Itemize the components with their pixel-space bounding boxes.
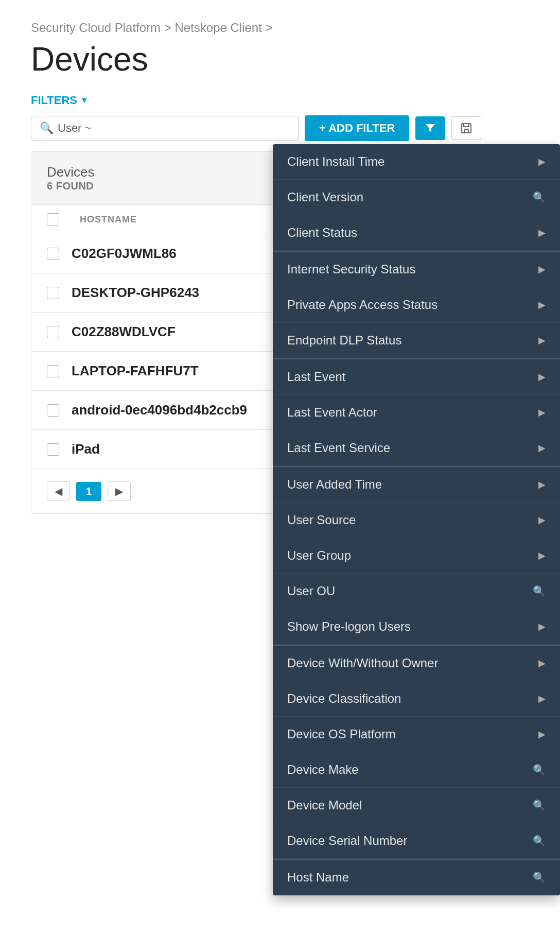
menu-item-label: Device Classification xyxy=(287,691,401,706)
menu-item-device-model[interactable]: Device Model 🔍 xyxy=(273,788,560,823)
menu-item-label: Device With/Without Owner xyxy=(287,656,438,670)
menu-item-user-added-time[interactable]: User Added Time ▶ xyxy=(273,466,560,503)
menu-item-private-apps-access-status[interactable]: Private Apps Access Status ▶ xyxy=(273,287,560,323)
menu-item-internet-security-status[interactable]: Internet Security Status ▶ xyxy=(273,251,560,287)
filters-toggle[interactable]: FILTERS ▼ xyxy=(31,94,89,107)
chevron-right-icon: ▶ xyxy=(538,335,546,346)
row-checkbox-3[interactable] xyxy=(47,326,59,338)
menu-item-user-group[interactable]: User Group ▶ xyxy=(273,538,560,574)
chevron-right-icon: ▶ xyxy=(538,227,546,238)
next-page-button[interactable]: ▶ xyxy=(108,481,131,501)
menu-item-device-make[interactable]: Device Make 🔍 xyxy=(273,752,560,788)
row-checkbox-4[interactable] xyxy=(47,365,59,377)
device-hostname-6: iPad xyxy=(72,441,100,457)
breadcrumb: Security Cloud Platform > Netskope Clien… xyxy=(0,0,560,40)
device-hostname-5: android-0ec4096bd4b2ccb9 xyxy=(72,402,247,418)
menu-item-device-os-platform[interactable]: Device OS Platform ▶ xyxy=(273,717,560,752)
filter-icon-button[interactable] xyxy=(415,116,445,140)
filters-chevron-icon: ▼ xyxy=(80,96,89,105)
row-checkbox-2[interactable] xyxy=(47,287,59,299)
search-icon: 🔍 xyxy=(533,191,546,203)
device-hostname-2: DESKTOP-GHP6243 xyxy=(72,285,199,301)
chevron-right-icon: ▶ xyxy=(538,264,546,275)
device-hostname-3: C02Z88WDLVCF xyxy=(72,324,176,340)
menu-item-label: Device Make xyxy=(287,763,359,777)
menu-item-client-install-time[interactable]: Client Install Time ▶ xyxy=(273,144,560,180)
search-icon: 🔍 xyxy=(533,764,546,776)
menu-item-label: Private Apps Access Status xyxy=(287,298,437,312)
current-page-button[interactable]: 1 xyxy=(76,482,101,501)
chevron-right-icon: ▶ xyxy=(538,442,546,454)
menu-item-host-name[interactable]: Host Name 🔍 xyxy=(273,859,560,895)
menu-item-label: Device Model xyxy=(287,798,362,812)
search-icon: 🔍 xyxy=(40,122,54,135)
chevron-right-icon: ▶ xyxy=(538,479,546,490)
chevron-right-icon: ▶ xyxy=(538,550,546,561)
menu-item-device-with-without-owner[interactable]: Device With/Without Owner ▶ xyxy=(273,645,560,681)
search-icon: 🔍 xyxy=(533,799,546,811)
menu-item-last-event[interactable]: Last Event ▶ xyxy=(273,358,560,395)
chevron-right-icon: ▶ xyxy=(538,514,546,526)
search-icon: 🔍 xyxy=(533,835,546,847)
menu-item-label: Client Status xyxy=(287,226,357,240)
select-all-checkbox[interactable] xyxy=(47,213,59,226)
menu-item-last-event-service[interactable]: Last Event Service ▶ xyxy=(273,430,560,466)
filter-search-box: 🔍 xyxy=(31,116,299,141)
chevron-right-icon: ▶ xyxy=(538,407,546,418)
menu-item-label: Internet Security Status xyxy=(287,262,415,276)
menu-item-label: Last Event Actor xyxy=(287,405,377,420)
search-icon: 🔍 xyxy=(533,871,546,884)
chevron-right-icon: ▶ xyxy=(538,371,546,383)
menu-item-label: User Source xyxy=(287,513,356,527)
menu-item-label: Last Event Service xyxy=(287,441,390,455)
menu-item-label: Host Name xyxy=(287,870,349,885)
menu-item-user-ou[interactable]: User OU 🔍 xyxy=(273,574,560,609)
filter-search-input[interactable] xyxy=(58,122,290,135)
menu-item-label: Last Event xyxy=(287,370,345,384)
hostname-column-header: HOSTNAME xyxy=(80,214,137,225)
chevron-right-icon: ▶ xyxy=(538,693,546,704)
menu-item-label: Client Version xyxy=(287,190,363,204)
search-icon: 🔍 xyxy=(533,585,546,597)
menu-item-label: Device Serial Number xyxy=(287,834,407,848)
add-filter-button[interactable]: + ADD FILTER xyxy=(305,115,409,141)
chevron-right-icon: ▶ xyxy=(538,299,546,310)
menu-item-label: User Group xyxy=(287,548,351,563)
svg-rect-1 xyxy=(462,124,471,133)
menu-item-label: User Added Time xyxy=(287,477,382,492)
menu-item-device-classification[interactable]: Device Classification ▶ xyxy=(273,681,560,717)
menu-item-label: Client Install Time xyxy=(287,154,384,169)
chevron-right-icon: ▶ xyxy=(538,156,546,167)
menu-item-label: Show Pre-logon Users xyxy=(287,619,411,634)
menu-item-last-event-actor[interactable]: Last Event Actor ▶ xyxy=(273,395,560,430)
svg-rect-2 xyxy=(464,129,468,133)
menu-item-user-source[interactable]: User Source ▶ xyxy=(273,503,560,538)
row-checkbox-6[interactable] xyxy=(47,443,59,456)
filter-dropdown-menu: Client Install Time ▶ Client Version 🔍 C… xyxy=(273,144,560,895)
chevron-right-icon: ▶ xyxy=(538,658,546,669)
row-checkbox-5[interactable] xyxy=(47,404,59,417)
menu-item-endpoint-dlp-status[interactable]: Endpoint DLP Status ▶ xyxy=(273,323,560,358)
device-hostname-1: C02GF0JWML86 xyxy=(72,246,177,262)
filter-funnel-icon xyxy=(424,122,436,134)
prev-page-button[interactable]: ◀ xyxy=(47,481,70,501)
menu-item-client-version[interactable]: Client Version 🔍 xyxy=(273,180,560,215)
menu-item-client-status[interactable]: Client Status ▶ xyxy=(273,215,560,251)
chevron-right-icon: ▶ xyxy=(538,621,546,632)
menu-item-label: Endpoint DLP Status xyxy=(287,333,401,348)
chevron-right-icon: ▶ xyxy=(538,729,546,740)
menu-item-label: User OU xyxy=(287,584,335,598)
device-hostname-4: LAPTOP-FAFHFU7T xyxy=(72,363,199,379)
filters-bar: FILTERS ▼ xyxy=(0,94,560,115)
menu-item-show-pre-logon-users[interactable]: Show Pre-logon Users ▶ xyxy=(273,609,560,645)
page-title: Devices xyxy=(0,40,560,94)
menu-item-device-serial-number[interactable]: Device Serial Number 🔍 xyxy=(273,823,560,859)
row-checkbox-1[interactable] xyxy=(47,248,59,260)
save-filter-button[interactable] xyxy=(451,116,481,140)
save-icon xyxy=(460,122,472,134)
menu-item-label: Device OS Platform xyxy=(287,727,396,741)
